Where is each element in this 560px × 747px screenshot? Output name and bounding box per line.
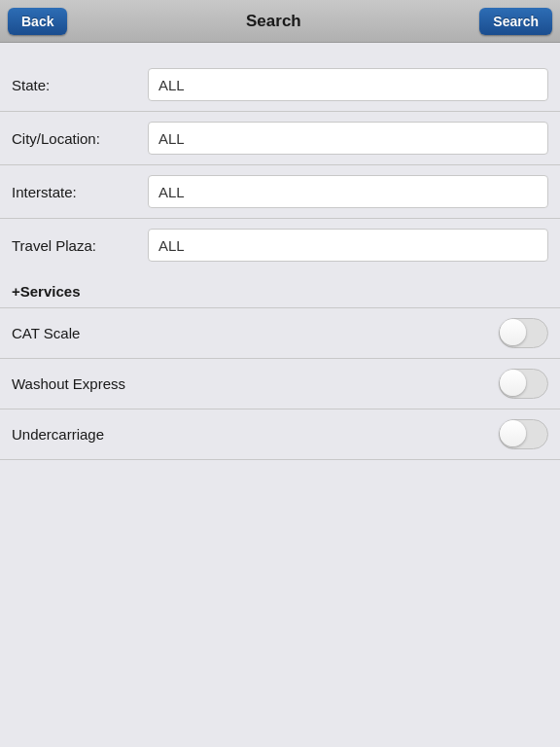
cat-scale-label: CAT Scale	[12, 325, 80, 341]
city-row: City/Location:	[0, 112, 560, 164]
undercarriage-toggle[interactable]	[499, 419, 548, 449]
divider-7	[0, 459, 560, 460]
washout-express-row: Washout Express	[0, 359, 560, 409]
page-title: Search	[246, 12, 301, 31]
undercarriage-thumb	[500, 420, 526, 446]
content-area: State: City/Location: Interstate: Travel…	[0, 43, 560, 476]
undercarriage-label: Undercarriage	[12, 426, 104, 443]
travel-plaza-row: Travel Plaza:	[0, 219, 560, 271]
city-input[interactable]	[148, 122, 548, 155]
washout-express-thumb	[500, 370, 526, 396]
state-label: State:	[12, 77, 148, 93]
services-header: +Services	[0, 271, 560, 307]
travel-plaza-label: Travel Plaza:	[12, 237, 148, 254]
state-row: State:	[0, 58, 560, 111]
back-button[interactable]: Back	[8, 8, 67, 35]
search-button[interactable]: Search	[479, 8, 552, 35]
cat-scale-row: CAT Scale	[0, 308, 560, 358]
washout-express-label: Washout Express	[12, 375, 125, 392]
washout-express-toggle[interactable]	[499, 369, 548, 399]
cat-scale-thumb	[500, 319, 526, 345]
interstate-row: Interstate:	[0, 165, 560, 218]
interstate-input[interactable]	[148, 175, 548, 208]
state-input[interactable]	[148, 68, 548, 101]
undercarriage-row: Undercarriage	[0, 409, 560, 459]
interstate-label: Interstate:	[12, 184, 148, 200]
city-label: City/Location:	[12, 130, 148, 147]
cat-scale-toggle[interactable]	[499, 318, 548, 348]
travel-plaza-input[interactable]	[148, 229, 548, 262]
nav-bar: Back Search Search	[0, 0, 560, 43]
